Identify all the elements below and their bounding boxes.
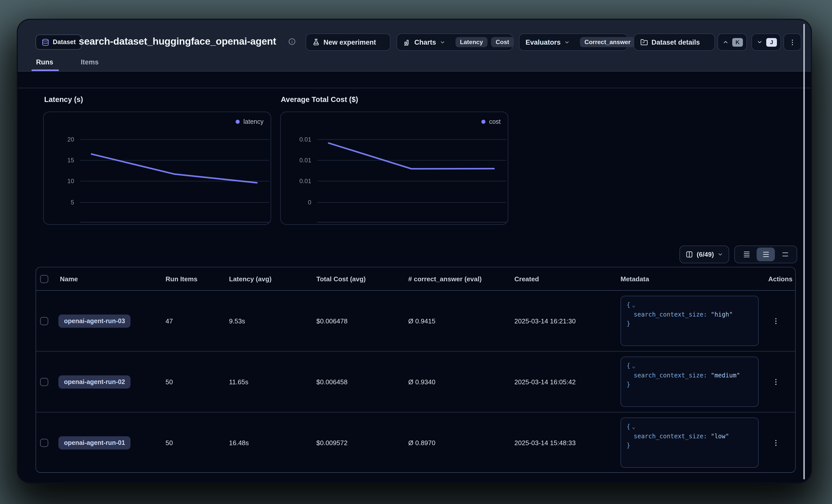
column-selector-button[interactable]: (6/49) (679, 246, 729, 263)
latency-legend: latency (236, 118, 263, 125)
shortcut-badge-k: K (732, 38, 743, 47)
metadata-key: search_context_size: (634, 372, 707, 379)
active-tab-underline (31, 69, 59, 71)
metadata-value: "medium" (711, 372, 740, 379)
svg-text:0.01: 0.01 (299, 177, 311, 185)
next-run-button[interactable]: J (752, 33, 781, 51)
dataset-badge-label: Dataset (53, 38, 76, 46)
row-height-compact-button[interactable] (737, 248, 756, 261)
row-actions-kebab-icon[interactable] (772, 378, 780, 386)
row-actions-kebab-icon[interactable] (772, 439, 780, 447)
prev-run-button[interactable]: K (718, 33, 747, 51)
chart-chip-latency[interactable]: Latency (456, 37, 488, 47)
new-experiment-label: New experiment (323, 38, 376, 46)
cost-chart-card: 0.010.010.010 cost (280, 112, 508, 225)
chevron-up-icon (723, 39, 729, 45)
legend-label: cost (489, 118, 501, 125)
kebab-icon (788, 38, 796, 46)
cost-chart-title: Average Total Cost ($) (281, 95, 358, 104)
evaluators-label: Evaluators (525, 38, 561, 46)
run-name-badge[interactable]: openai-agent-run-03 (58, 314, 130, 328)
latency-chart: 2015105 (44, 112, 272, 225)
metadata-collapse-chevron-icon[interactable]: ⌄ (632, 362, 635, 369)
charts-dropdown[interactable]: Charts Latency Cost (396, 33, 513, 51)
table-row: openai-agent-run-01 50 16.48s $0.009572 … (36, 412, 795, 473)
legend-label: latency (243, 118, 263, 125)
chevron-down-icon (757, 39, 763, 45)
cost-chart: 0.010.010.010 (281, 112, 509, 225)
row-height-tall-button[interactable] (776, 248, 794, 261)
latency-cell: 16.48s (229, 439, 249, 446)
col-header-name: Name (60, 275, 78, 283)
shortcut-badge-j: J (766, 38, 777, 47)
latency-chart-title: Latency (s) (44, 95, 83, 104)
col-header-latency: Latency (avg) (229, 275, 272, 283)
total-cost-cell: $0.009572 (316, 439, 347, 446)
page-title: search-dataset_huggingface_openai-agent (79, 35, 276, 47)
svg-text:0: 0 (308, 199, 311, 206)
metadata-open-brace: { (627, 423, 630, 430)
metadata-close-brace: } (627, 442, 630, 449)
row-actions-kebab-icon[interactable] (772, 317, 780, 325)
metadata-collapse-chevron-icon[interactable]: ⌄ (632, 423, 635, 430)
col-header-metadata: Metadata (621, 275, 649, 283)
metadata-value: "high" (711, 311, 733, 318)
chevron-down-icon (564, 39, 570, 45)
correct-answer-cell: Ø 0.8970 (408, 439, 436, 446)
created-cell: 2025-03-14 15:48:33 (514, 439, 576, 446)
run-items-cell: 50 (165, 378, 173, 386)
info-icon[interactable] (288, 38, 295, 45)
run-items-cell: 47 (165, 317, 173, 325)
metadata-key: search_context_size: (634, 432, 707, 440)
dataset-details-label: Dataset details (651, 38, 700, 46)
cost-legend: cost (482, 118, 501, 125)
runs-table: Name Run Items Latency (avg) Total Cost … (35, 267, 796, 473)
total-cost-cell: $0.006458 (316, 378, 347, 386)
legend-dot (236, 120, 240, 124)
columns-icon (685, 251, 693, 258)
row-height-toggle (734, 246, 797, 263)
metadata-open-brace: { (627, 301, 630, 308)
sub-header-strip (18, 72, 811, 88)
metadata-open-brace: { (627, 362, 630, 369)
chart-chip-cost[interactable]: Cost (491, 37, 514, 47)
row-checkbox[interactable] (40, 317, 48, 325)
overflow-menu-button[interactable] (783, 33, 801, 51)
created-cell: 2025-03-14 16:05:42 (514, 378, 576, 386)
evaluators-dropdown[interactable]: Evaluators Correct_answer (519, 33, 628, 51)
database-icon (42, 38, 49, 46)
correct-answer-cell: Ø 0.9340 (408, 378, 436, 386)
row-height-medium-button[interactable] (757, 248, 775, 261)
column-count-label: (6/49) (697, 251, 714, 258)
legend-dot (482, 120, 486, 124)
run-name-badge[interactable]: openai-agent-run-01 (58, 436, 130, 449)
app-window: Dataset search-dataset_huggingface_opena… (18, 20, 811, 482)
tab-items[interactable]: Items (81, 58, 99, 66)
row-checkbox[interactable] (40, 439, 48, 447)
latency-cell: 11.65s (229, 378, 248, 386)
svg-text:20: 20 (67, 136, 74, 143)
charts-label: Charts (414, 38, 436, 46)
svg-text:15: 15 (67, 157, 74, 164)
col-header-run-items: Run Items (165, 275, 198, 283)
vertical-scrollbar[interactable] (803, 24, 805, 479)
evaluator-chip-correct-answer[interactable]: Correct_answer (580, 37, 635, 47)
latency-chart-card: 2015105 latency (43, 112, 271, 225)
select-all-checkbox[interactable] (40, 275, 48, 283)
svg-text:0.01: 0.01 (299, 157, 311, 164)
chevron-down-icon (440, 39, 445, 45)
dataset-details-button[interactable]: Dataset details (634, 33, 715, 51)
run-name-badge[interactable]: openai-agent-run-02 (58, 375, 130, 388)
tab-runs[interactable]: Runs (36, 58, 53, 66)
svg-text:0.01: 0.01 (299, 136, 311, 143)
bar-chart-icon (403, 38, 411, 46)
metadata-collapse-chevron-icon[interactable]: ⌄ (632, 301, 635, 308)
table-row: openai-agent-run-02 50 11.65s $0.006458 … (36, 351, 795, 412)
stage: Dataset search-dataset_huggingface_opena… (0, 0, 832, 504)
col-header-correct-answer: # correct_answer (eval) (408, 275, 482, 283)
col-header-actions: Actions (768, 275, 792, 283)
run-items-cell: 50 (165, 439, 173, 446)
new-experiment-button[interactable]: New experiment (306, 33, 390, 51)
table-header-row: Name Run Items Latency (avg) Total Cost … (36, 267, 795, 291)
row-checkbox[interactable] (40, 378, 48, 386)
